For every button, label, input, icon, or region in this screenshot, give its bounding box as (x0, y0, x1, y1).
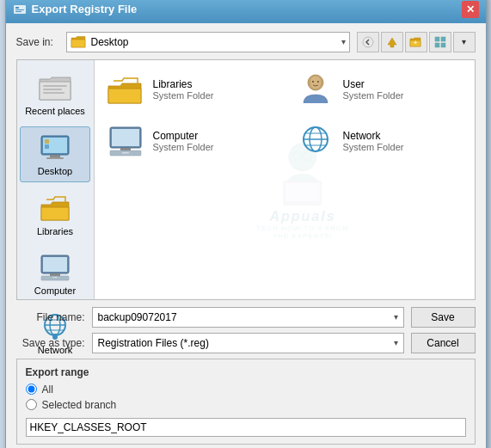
svg-rect-9 (441, 43, 445, 47)
save-in-label: Save in: (16, 36, 59, 48)
svg-rect-15 (50, 155, 60, 157)
svg-rect-39 (120, 148, 131, 150)
filename-dropdown[interactable]: backup09072017 ▾ (92, 307, 404, 328)
list-item[interactable]: Network System Folder (293, 120, 466, 162)
svg-rect-8 (435, 43, 439, 47)
more-view-button[interactable]: ▾ (453, 32, 476, 52)
dialog-title: Export Registry File (32, 3, 138, 15)
branch-input[interactable] (26, 418, 466, 437)
computer-item-info: Computer System Folder (153, 130, 214, 152)
svg-rect-1 (15, 7, 19, 9)
title-bar-left: Export Registry File (13, 3, 138, 16)
network-item-info: Network System Folder (343, 130, 404, 152)
svg-rect-52 (284, 181, 322, 205)
network-item-name: Network (343, 130, 404, 142)
registry-icon (13, 3, 27, 16)
sidebar-computer-label: Computer (34, 285, 76, 296)
network-item-icon (297, 124, 334, 158)
svg-rect-7 (441, 37, 445, 41)
svg-text:+: + (413, 40, 416, 46)
close-button[interactable]: ✕ (462, 1, 479, 18)
user-item-icon (297, 72, 334, 107)
libraries-item-name: Libraries (153, 78, 214, 90)
filename-arrow: ▾ (394, 312, 398, 322)
export-range-title: Export range (26, 366, 466, 378)
computer-item-type: System Folder (153, 142, 214, 152)
svg-rect-12 (43, 92, 64, 94)
svg-rect-2 (15, 9, 24, 10)
sidebar-item-computer[interactable]: Computer (20, 247, 90, 301)
cancel-button[interactable]: Cancel (411, 333, 476, 353)
computer-icon (38, 252, 72, 283)
svg-point-34 (310, 76, 322, 89)
sidebar-libraries-label: Libraries (37, 226, 73, 236)
content-area: Libraries System Folder (95, 60, 475, 299)
export-range-box: Export range All Selected branch (16, 359, 476, 445)
list-item[interactable]: Computer System Folder (103, 120, 276, 162)
up-icon (386, 36, 398, 48)
user-item-type: System Folder (343, 90, 404, 101)
filetype-label: Save as type: (16, 337, 85, 349)
svg-rect-11 (43, 89, 62, 90)
selected-branch-radio-row: Selected branch (26, 399, 466, 411)
view-icon (434, 36, 446, 48)
svg-rect-3 (15, 11, 21, 12)
all-radio-row: All (26, 384, 466, 396)
desktop-icon (38, 132, 72, 163)
svg-rect-38 (112, 129, 139, 146)
export-registry-dialog: Export Registry File ✕ Save in: Desktop … (5, 0, 487, 448)
selected-branch-radio[interactable] (26, 399, 37, 410)
save-button[interactable]: Save (411, 307, 476, 328)
network-item-type: System Folder (343, 142, 404, 152)
sidebar: Recent places (17, 60, 95, 299)
save-in-dropdown[interactable]: Desktop ▾ (66, 32, 350, 52)
watermark-text1: Appuals (269, 208, 335, 224)
svg-point-35 (312, 81, 314, 83)
svg-rect-23 (41, 276, 69, 280)
main-area: Recent places (16, 59, 476, 300)
svg-point-4 (363, 37, 373, 47)
svg-rect-6 (435, 37, 439, 41)
list-item[interactable]: User System Folder (293, 69, 466, 110)
svg-rect-20 (43, 257, 67, 272)
filename-label: File name: (16, 311, 85, 323)
svg-rect-17 (45, 139, 49, 144)
svg-point-36 (317, 81, 319, 83)
selected-branch-label[interactable]: Selected branch (42, 399, 117, 411)
back-button[interactable] (357, 32, 379, 52)
libraries-item-type: System Folder (153, 90, 214, 101)
svg-rect-21 (50, 273, 60, 276)
watermark-text2: TECH HOW-TO'S FROM (256, 224, 349, 231)
sidebar-item-recent-places[interactable]: Recent places (20, 67, 90, 121)
watermark-text3: THE EXPERTS! (273, 231, 333, 239)
new-folder-icon: + (409, 36, 423, 48)
sidebar-recent-label: Recent places (25, 106, 85, 116)
save-in-value: Desktop (91, 36, 336, 48)
up-button[interactable] (381, 32, 403, 52)
recent-places-icon (38, 72, 72, 103)
all-radio[interactable] (26, 384, 37, 395)
sidebar-item-desktop[interactable]: Desktop (20, 126, 90, 182)
svg-rect-18 (45, 144, 49, 149)
title-bar: Export Registry File ✕ (6, 0, 486, 23)
sidebar-desktop-label: Desktop (38, 166, 72, 176)
filetype-arrow: ▾ (394, 338, 398, 347)
computer-item-icon (107, 124, 144, 158)
back-icon (362, 36, 374, 48)
view-button[interactable] (429, 32, 451, 52)
sidebar-item-libraries[interactable]: Libraries (20, 187, 90, 242)
libraries-icon (38, 193, 72, 224)
all-label[interactable]: All (42, 384, 53, 396)
svg-rect-53 (285, 182, 320, 201)
svg-rect-16 (46, 157, 64, 159)
svg-rect-42 (122, 152, 129, 154)
list-item[interactable]: Libraries System Folder (103, 69, 276, 110)
user-item-info: User System Folder (343, 78, 404, 101)
filetype-dropdown[interactable]: Registration Files (*.reg) ▾ (92, 333, 404, 353)
libraries-item-icon (107, 72, 144, 107)
save-in-arrow: ▾ (341, 37, 346, 46)
dialog-body: Save in: Desktop ▾ (6, 23, 486, 449)
svg-rect-24 (52, 277, 58, 278)
new-folder-button[interactable]: + (405, 32, 427, 52)
libraries-item-info: Libraries System Folder (153, 78, 214, 101)
